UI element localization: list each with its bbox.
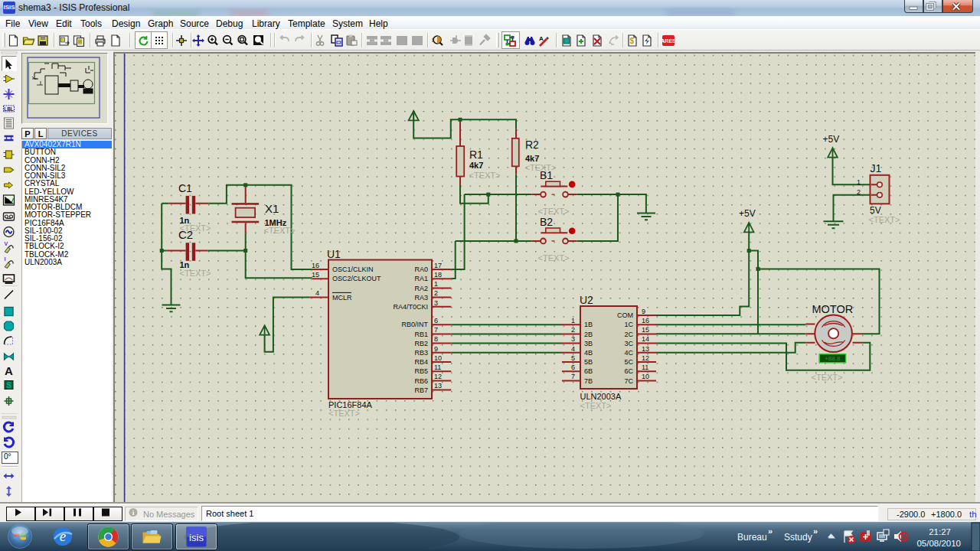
svg-text:<TEXT>: <TEXT> xyxy=(180,269,211,278)
svg-text:9: 9 xyxy=(642,308,645,315)
svg-text:5: 5 xyxy=(571,354,575,362)
svg-text:4k7: 4k7 xyxy=(469,161,483,170)
svg-text:X1: X1 xyxy=(265,202,279,215)
svg-text:15: 15 xyxy=(312,271,319,279)
svg-text:»: » xyxy=(768,527,773,536)
svg-text:RA1: RA1 xyxy=(414,275,428,282)
svg-text:RB3: RB3 xyxy=(414,349,428,357)
svg-text:<TEXT>: <TEXT> xyxy=(538,253,570,262)
svg-text:A: A xyxy=(539,35,544,42)
svg-text:U1: U1 xyxy=(327,248,341,260)
svg-text:COM: COM xyxy=(617,311,633,319)
svg-text:<TEXT>: <TEXT> xyxy=(264,226,296,235)
svg-text:<TEXT>: <TEXT> xyxy=(538,207,570,216)
svg-text:1: 1 xyxy=(857,178,861,186)
svg-text:12: 12 xyxy=(642,354,649,362)
svg-text:17: 17 xyxy=(434,262,442,269)
svg-text:18: 18 xyxy=(434,271,442,279)
svg-text:R1: R1 xyxy=(469,148,483,161)
svg-text:5C: 5C xyxy=(624,358,633,366)
svg-text:4k7: 4k7 xyxy=(525,154,539,163)
svg-text:Bureau: Bureau xyxy=(737,532,767,543)
svg-text:RB2: RB2 xyxy=(414,340,428,347)
svg-text:1B: 1B xyxy=(584,321,593,328)
svg-text:MOTOR: MOTOR xyxy=(812,303,854,315)
svg-text:10: 10 xyxy=(434,354,442,362)
svg-text:RA4/T0CKI: RA4/T0CKI xyxy=(393,303,428,311)
svg-text:U2: U2 xyxy=(580,294,593,306)
svg-text:1: 1 xyxy=(571,317,575,324)
svg-text:2: 2 xyxy=(434,289,438,297)
svg-text:2: 2 xyxy=(857,188,861,196)
svg-text:B2: B2 xyxy=(540,216,553,228)
svg-text:10: 10 xyxy=(642,373,649,380)
svg-text:15: 15 xyxy=(642,326,649,334)
svg-text:5B: 5B xyxy=(584,358,593,366)
svg-text:OSC2/CLKOUT: OSC2/CLKOUT xyxy=(332,275,381,282)
svg-text:<TEXT>: <TEXT> xyxy=(812,373,843,382)
svg-text:Sstudy: Sstudy xyxy=(784,532,812,543)
svg-text:th: th xyxy=(969,510,977,519)
svg-text:ARES: ARES xyxy=(661,38,676,44)
svg-text:+1800.0: +1800.0 xyxy=(931,510,962,519)
svg-text:MCLR: MCLR xyxy=(332,294,352,302)
svg-text:12: 12 xyxy=(434,373,442,380)
svg-text:4B: 4B xyxy=(584,349,593,357)
svg-text:RB0/INT: RB0/INT xyxy=(401,321,428,328)
svg-text:RA0: RA0 xyxy=(414,266,428,273)
svg-text:<TEXT>: <TEXT> xyxy=(869,215,900,224)
svg-text:6B: 6B xyxy=(584,367,593,375)
svg-text:6C: 6C xyxy=(624,367,633,375)
svg-text:+88.8: +88.8 xyxy=(825,355,841,362)
svg-text:4C: 4C xyxy=(624,349,633,357)
svg-text:1: 1 xyxy=(434,280,438,288)
svg-text:7: 7 xyxy=(434,326,438,334)
svg-text:RB4: RB4 xyxy=(414,358,428,366)
svg-text:OSC1/CLKIN: OSC1/CLKIN xyxy=(332,266,374,273)
svg-text:e: e xyxy=(60,528,66,544)
svg-text:V: V xyxy=(5,241,8,246)
svg-text:21:27: 21:27 xyxy=(929,527,951,536)
svg-text:»: » xyxy=(813,527,818,536)
svg-text:5V: 5V xyxy=(870,205,881,216)
svg-text:2C: 2C xyxy=(624,331,633,338)
svg-text:2: 2 xyxy=(571,326,575,334)
svg-text:<TEXT>: <TEXT> xyxy=(328,409,360,418)
svg-text:<TEXT>: <TEXT> xyxy=(580,401,612,410)
svg-text:J1: J1 xyxy=(871,162,882,174)
svg-text:PIC16F84A: PIC16F84A xyxy=(328,400,373,409)
svg-text:4: 4 xyxy=(571,345,575,353)
svg-text:RB1: RB1 xyxy=(414,331,428,338)
svg-text:<TEXT>: <TEXT> xyxy=(525,163,557,172)
svg-text:16: 16 xyxy=(642,317,649,324)
svg-text:3: 3 xyxy=(434,299,438,307)
svg-text:14: 14 xyxy=(642,335,649,343)
svg-text:13: 13 xyxy=(434,382,442,390)
svg-text:16: 16 xyxy=(312,262,319,269)
svg-text:RA2: RA2 xyxy=(414,285,428,292)
svg-text:C1: C1 xyxy=(178,182,192,194)
svg-text:7C: 7C xyxy=(624,377,633,385)
svg-text:I: I xyxy=(5,256,6,262)
svg-text:ULN2003A: ULN2003A xyxy=(580,392,622,401)
svg-text:$: $ xyxy=(630,37,635,45)
svg-text:11: 11 xyxy=(434,364,441,371)
svg-text:+5V: +5V xyxy=(823,134,840,145)
svg-text:<TEXT>: <TEXT> xyxy=(469,171,501,180)
svg-text:R2: R2 xyxy=(525,139,539,151)
svg-text:-2900.0: -2900.0 xyxy=(897,510,925,519)
svg-text:7: 7 xyxy=(571,373,575,380)
svg-text:LBL: LBL xyxy=(4,106,14,112)
svg-text:RB6: RB6 xyxy=(414,377,428,385)
svg-text:3B: 3B xyxy=(584,340,593,347)
svg-text:8: 8 xyxy=(434,335,438,343)
svg-text:<TEXT>: <TEXT> xyxy=(180,223,211,233)
svg-text:S: S xyxy=(6,381,11,390)
svg-text:05/08/2010: 05/08/2010 xyxy=(916,539,961,548)
svg-text:RB7: RB7 xyxy=(414,386,428,394)
svg-text:isis: isis xyxy=(189,532,204,543)
svg-text:6: 6 xyxy=(571,364,575,371)
svg-text:13: 13 xyxy=(642,345,649,353)
svg-text:11: 11 xyxy=(642,364,648,371)
svg-text:7B: 7B xyxy=(584,377,593,385)
